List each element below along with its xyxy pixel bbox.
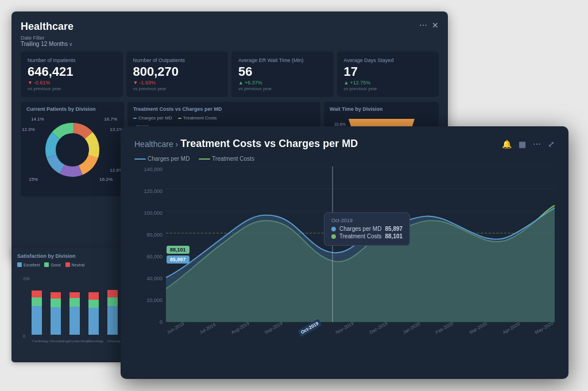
svg-rect-34 — [107, 306, 118, 335]
y-label-100k: 100,000 — [134, 210, 166, 216]
kpi-days-stayed-label: Average Days Stayed — [344, 57, 432, 63]
tooltip-value-charges: 85,897 — [385, 226, 403, 232]
y-label-120k: 120,000 — [134, 188, 166, 194]
x-label-aug19: Aug-2019 — [230, 321, 250, 335]
legend-costs: Treatment Costs — [178, 115, 217, 121]
svg-rect-33 — [88, 292, 99, 300]
satisfaction-legend: Excellent Good Neutral — [17, 262, 132, 267]
close-icon[interactable]: ✕ — [432, 21, 439, 30]
line-chart-title: Treatment Costs vs Charges per MD — [133, 106, 315, 112]
kpi-inpatients-label: Number of Inpatients — [28, 57, 116, 63]
x-axis: Jun-2019 Jul-2019 Aug-2019 Sep-2019 Oct-… — [166, 327, 555, 344]
y-axis: 140,000 120,000 100,000 80,000 60,000 40… — [134, 167, 166, 327]
satisfaction-chart: 200 0 Cardiology Dermatology — [17, 272, 132, 346]
kpi-days-stayed-change: ▲+12.75% — [344, 80, 432, 86]
donut-chart-title: Current Patients by Division — [26, 106, 118, 112]
y-label-140k: 140,000 — [134, 167, 166, 172]
tooltip-row-costs: Treatment Costs 88,101 — [331, 233, 403, 239]
x-label-jul19: Jul-2019 — [199, 322, 216, 335]
dashboard-title: Healthcare — [21, 21, 74, 33]
tooltip: Oct-2019 Charges per MD 85,897 Treatment… — [324, 212, 410, 246]
chevron-down-icon: ∨ — [69, 41, 73, 47]
donut-label-5: 12.3% — [22, 127, 35, 132]
callout-green-label: 88,101 — [167, 246, 189, 254]
x-label-may20: May-2020 — [534, 320, 554, 335]
breadcrumb: Healthcare › Treatment Costs vs Charges … — [134, 138, 358, 150]
detail-legend-costs: Treatment Costs — [199, 156, 254, 162]
detail-legend-charges: Charges per MD — [134, 156, 189, 162]
kpi-outpatients-label: Number of Outpatients — [133, 57, 222, 63]
kpi-days-stayed: Average Days Stayed 17 ▲+12.75% vs previ… — [337, 52, 439, 97]
alarm-icon[interactable]: 🔔 — [502, 140, 512, 149]
svg-text:200: 200 — [23, 277, 30, 281]
kpi-er-wait-prev: vs previous year — [238, 86, 327, 91]
tooltip-label-costs: Treatment Costs — [339, 233, 382, 239]
kpi-inpatients: Number of Inpatients 646,421 ▼-0.61% vs … — [21, 52, 123, 97]
bar-chart-icon[interactable]: ▦ — [519, 140, 526, 149]
y-label-60k: 60,000 — [134, 254, 166, 260]
sat-legend-good: Good — [44, 262, 60, 267]
more-icon-detail[interactable]: ⋯ — [533, 140, 541, 149]
donut-chart-card: Current Patients by Division 16.7% 13. — [21, 102, 124, 196]
detail-chart-header: Healthcare › Treatment Costs vs Charges … — [134, 138, 555, 150]
satisfaction-chart-card: Satisfaction by Division Excellent Good … — [11, 247, 138, 362]
kpi-outpatients-prev: vs previous year — [133, 86, 222, 91]
donut-label-6: 14.1% — [31, 117, 44, 122]
sat-legend-neutral: Neutral — [65, 262, 85, 267]
svg-rect-24 — [32, 291, 42, 297]
svg-rect-36 — [107, 290, 118, 297]
svg-text:Neurology: Neurology — [88, 339, 103, 343]
tooltip-dot-costs — [331, 234, 336, 239]
sat-legend-excellent: Excellent — [17, 262, 40, 267]
y-label-20k: 20,000 — [134, 297, 166, 303]
svg-text:22.8%: 22.8% — [334, 122, 346, 126]
x-label-sep19: Sep-2019 — [264, 321, 284, 335]
x-label-jan20: Jan-2020 — [402, 321, 421, 335]
svg-rect-32 — [88, 300, 99, 308]
callout-blue-label: 85,897 — [167, 255, 189, 264]
kpi-row: Number of Inpatients 646,421 ▼-0.61% vs … — [21, 52, 439, 97]
line-chart-legend: Charges per MD Treatment Costs — [133, 115, 315, 121]
detail-chart-area: 140,000 120,000 100,000 80,000 60,000 40… — [134, 167, 555, 344]
kpi-outpatients-value: 800,270 — [133, 65, 222, 78]
donut-labels: 16.7% 13.1% 12.6% 16.2% 15% 12.3% 14.1% — [26, 115, 118, 184]
donut-label-0: 16.7% — [104, 117, 117, 122]
y-label-0: 0 — [134, 319, 166, 325]
svg-rect-25 — [51, 307, 61, 335]
kpi-er-wait-label: Average ER Wait Time (Min) — [238, 57, 327, 63]
svg-text:Oncology: Oncology — [107, 339, 122, 343]
y-label-80k: 80,000 — [134, 232, 166, 238]
svg-text:Gynaecology: Gynaecology — [69, 339, 89, 343]
kpi-days-stayed-value: 17 — [344, 65, 432, 78]
expand-icon[interactable]: ⤢ — [548, 140, 555, 149]
dashboard-controls: ⋯ ✕ — [419, 21, 439, 30]
detail-chart-title: Treatment Costs vs Charges per MD — [180, 138, 358, 149]
satisfaction-title: Satisfaction by Division — [17, 253, 132, 259]
tooltip-dot-charges — [331, 227, 336, 231]
dashboard-header: Healthcare ⋯ ✕ — [21, 21, 439, 33]
svg-rect-31 — [88, 308, 99, 335]
svg-rect-27 — [51, 292, 61, 299]
svg-rect-35 — [107, 297, 118, 306]
detail-chart-card: Healthcare › Treatment Costs vs Charges … — [121, 126, 568, 379]
svg-text:Dermatology: Dermatology — [50, 339, 69, 343]
detail-chart-legend: Charges per MD Treatment Costs — [134, 156, 555, 162]
more-icon[interactable]: ⋯ — [419, 21, 427, 30]
svg-rect-26 — [51, 299, 61, 307]
x-label-dec19: Dec-2019 — [369, 321, 389, 335]
svg-text:0: 0 — [23, 334, 25, 338]
satisfaction-svg: 200 0 Cardiology Dermatology — [17, 272, 132, 346]
svg-rect-29 — [69, 298, 80, 307]
legend-charges: Charges per MD — [133, 115, 172, 121]
x-label-mar20: Mar-2020 — [469, 321, 488, 335]
kpi-inpatients-value: 646,421 — [28, 65, 116, 78]
date-filter-value[interactable]: Trailing 12 Months — [21, 41, 68, 47]
svg-rect-30 — [69, 292, 80, 298]
date-filter-label: Date Filter Trailing 12 Months ∨ — [21, 35, 439, 47]
tooltip-value-costs: 88,101 — [385, 233, 403, 239]
x-label-feb20: Feb-2020 — [435, 321, 454, 335]
kpi-days-stayed-prev: vs previous year — [344, 86, 432, 91]
tooltip-label-charges: Charges per MD — [339, 226, 382, 232]
x-label-apr20: Apr-2020 — [502, 322, 521, 335]
funnel-chart-title: Wait Time by Division — [330, 106, 433, 112]
